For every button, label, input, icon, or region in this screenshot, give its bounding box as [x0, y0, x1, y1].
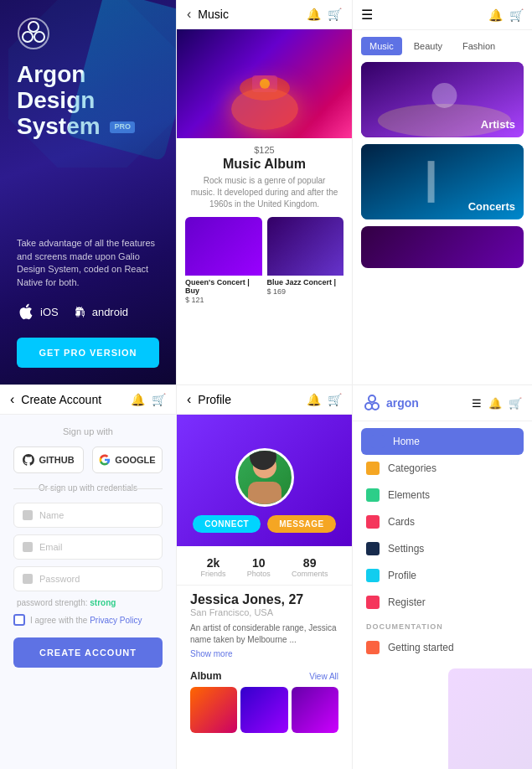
friends-count: 2k — [201, 556, 226, 570]
name-field-icon — [23, 510, 33, 520]
email-placeholder: Email — [39, 542, 63, 552]
profile-bio: An artist of considerable range, Jessica… — [190, 622, 338, 646]
password-field[interactable]: Password — [13, 566, 163, 591]
github-button[interactable]: GITHUB — [13, 446, 84, 473]
cart-icon-account[interactable]: 🛒 — [152, 393, 166, 406]
brand-name: argon — [386, 396, 419, 410]
tab-beauty[interactable]: Beauty — [405, 37, 451, 55]
nav-item-home[interactable]: Home — [361, 428, 524, 455]
profile-hero: CONNECT MESSAGE — [177, 415, 352, 546]
album-title: Album — [190, 670, 221, 682]
home-nav-icon — [371, 435, 385, 448]
privacy-row: I agree with the Privacy Policy — [13, 614, 163, 626]
social-buttons: GITHUB GOOGLE — [13, 446, 163, 473]
google-button[interactable]: GOOGLE — [92, 446, 163, 473]
concert-card-1[interactable]: Queen's Concert | Buy $ 121 — [185, 217, 262, 304]
category-tabs: Music Beauty Fashion — [353, 30, 532, 62]
privacy-text: I agree with the Privacy Policy — [30, 616, 142, 625]
show-more-link[interactable]: Show more — [190, 649, 338, 658]
stat-friends: 2k Friends — [201, 556, 226, 578]
bell-icon[interactable]: 🔔 — [307, 8, 321, 21]
bell-icon-cat[interactable]: 🔔 — [488, 8, 503, 22]
name-placeholder: Name — [39, 510, 64, 520]
concert-1-image — [185, 217, 262, 276]
profile-header: ‹ Profile 🔔 🛒 — [177, 385, 352, 415]
account-header: ‹ Create Account 🔔 🛒 — [0, 385, 176, 415]
sidebar-screen-cell: argon ☰ 🔔 🛒 Home Categories Elements — [352, 384, 532, 769]
elements-nav-icon — [366, 488, 380, 502]
profile-person-illustration — [240, 450, 290, 504]
nav-item-getting-started[interactable]: Getting started — [353, 634, 532, 661]
settings-nav-icon — [366, 542, 380, 555]
create-account-button[interactable]: CREATE ACCOUNT — [13, 637, 163, 668]
sidebar-header: argon ☰ 🔔 🛒 — [353, 385, 532, 421]
message-button[interactable]: MESSAGE — [267, 515, 336, 533]
bell-icon-profile[interactable]: 🔔 — [307, 393, 321, 406]
concerts-card[interactable]: Concerts — [361, 144, 524, 219]
profile-screen-cell: ‹ Profile 🔔 🛒 CONNECT MESSAGE 2k — [176, 384, 352, 769]
nav-item-elements[interactable]: Elements — [353, 482, 532, 508]
profile-nav-icon — [366, 569, 380, 582]
profile-action-buttons: CONNECT MESSAGE — [193, 515, 335, 533]
svg-point-15 — [369, 395, 375, 402]
email-field-icon — [23, 542, 33, 552]
privacy-label: I agree with the — [30, 616, 87, 625]
categories-header-icons: 🔔 🛒 — [488, 8, 524, 22]
cards-nav-icon — [366, 515, 380, 529]
categories-nav-icon — [366, 462, 380, 475]
register-nav-icon — [366, 596, 380, 609]
cart-icon-profile[interactable]: 🛒 — [328, 393, 342, 406]
password-placeholder: Password — [39, 574, 80, 584]
cart-icon-cat[interactable]: 🛒 — [509, 8, 524, 22]
or-divider: Or sign up with credentials — [13, 483, 163, 493]
profile-info: Jessica Jones, 27 San Francisco, USA An … — [177, 586, 352, 665]
artists-label: Artists — [481, 118, 515, 131]
album-thumb-1[interactable] — [190, 687, 237, 733]
email-field[interactable]: Email — [13, 534, 163, 560]
argon-logo-icon — [17, 17, 50, 50]
concert-card-2[interactable]: Blue Jazz Concert | $ 169 — [267, 217, 344, 304]
svg-point-0 — [18, 18, 49, 49]
nav-item-profile[interactable]: Profile — [353, 562, 532, 589]
github-label: GITHUB — [39, 455, 74, 465]
photos-label: Photos — [247, 570, 271, 578]
bg-overlay — [66, 0, 176, 161]
nav-item-cards[interactable]: Cards — [353, 508, 532, 535]
tab-music[interactable]: Music — [361, 37, 402, 55]
album-thumb-3[interactable] — [292, 687, 338, 733]
artists-card[interactable]: Artists — [361, 62, 524, 137]
comments-label: Comments — [292, 570, 328, 578]
nav-item-categories[interactable]: Categories — [353, 455, 532, 482]
album-thumb-2[interactable] — [240, 687, 287, 733]
tab-fashion[interactable]: Fashion — [454, 37, 504, 55]
music-price: $125 — [177, 138, 352, 157]
comments-count: 89 — [292, 556, 328, 570]
concert-2-image — [267, 217, 344, 276]
cart-icon-sidebar[interactable]: 🛒 — [509, 397, 522, 410]
android-icon — [72, 302, 87, 321]
hamburger-icon[interactable]: ☰ — [361, 7, 482, 23]
nav-item-settings[interactable]: Settings — [353, 535, 532, 562]
categories-header: ☰ 🔔 🛒 — [353, 0, 532, 30]
brand-logo-icon — [363, 394, 381, 412]
connect-button[interactable]: CONNECT — [193, 515, 261, 533]
concert-1-price: $ 121 — [185, 296, 262, 304]
get-pro-button[interactable]: GET PRO VERSION — [17, 338, 159, 368]
concert-grid: Queen's Concert | Buy $ 121 Blue Jazz Co… — [177, 217, 352, 304]
back-arrow-account[interactable]: ‹ — [10, 392, 14, 407]
back-arrow-profile[interactable]: ‹ — [187, 392, 191, 407]
view-all-link[interactable]: View All — [309, 672, 338, 681]
bell-icon-sidebar[interactable]: 🔔 — [488, 397, 502, 410]
bell-icon-account[interactable]: 🔔 — [131, 393, 145, 406]
friends-label: Friends — [201, 570, 226, 578]
privacy-checkbox[interactable] — [13, 614, 25, 626]
hamburger-sidebar-icon[interactable]: ☰ — [472, 397, 482, 410]
name-field[interactable]: Name — [13, 503, 163, 528]
cards-nav-label: Cards — [388, 516, 415, 528]
privacy-link[interactable]: Privacy Policy — [90, 616, 142, 625]
cart-icon[interactable]: 🛒 — [328, 8, 342, 21]
nav-item-register[interactable]: Register — [353, 589, 532, 616]
back-arrow-icon[interactable]: ‹ — [187, 7, 191, 22]
bottom-card[interactable] — [361, 226, 524, 268]
strength-label: password strength: — [17, 598, 88, 607]
